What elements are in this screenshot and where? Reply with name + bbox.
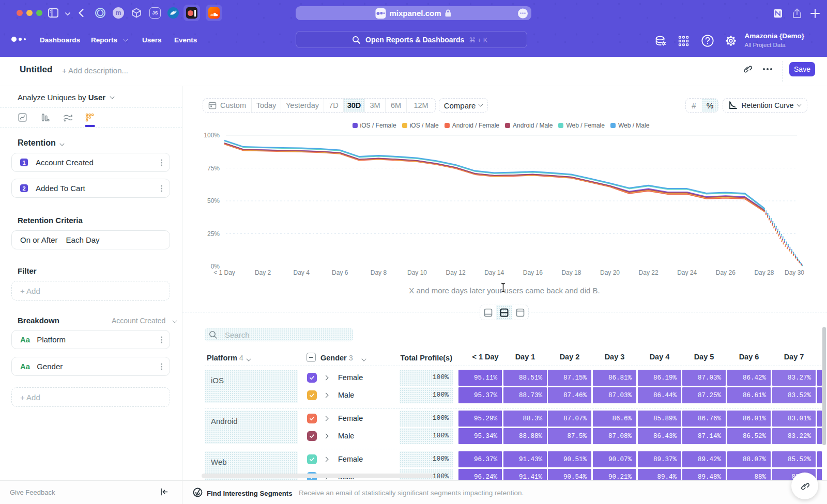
svg-text:Day 26: Day 26	[716, 269, 736, 276]
svg-text:Day 10: Day 10	[407, 269, 427, 276]
svg-text:Day 8: Day 8	[371, 269, 387, 276]
svg-text:Day 28: Day 28	[754, 269, 774, 276]
svg-text:75%: 75%	[207, 165, 220, 172]
svg-text:< 1 Day: < 1 Day	[213, 269, 235, 276]
svg-text:50%: 50%	[207, 197, 220, 204]
svg-text:Day 18: Day 18	[561, 269, 581, 276]
svg-text:Day 4: Day 4	[294, 269, 310, 276]
svg-text:25%: 25%	[207, 230, 220, 238]
svg-text:Day 24: Day 24	[677, 269, 697, 276]
svg-text:100%: 100%	[204, 132, 220, 139]
svg-text:Day 20: Day 20	[600, 269, 620, 276]
svg-text:Day 14: Day 14	[484, 269, 504, 276]
svg-text:Day 30: Day 30	[785, 269, 804, 276]
svg-text:Day 22: Day 22	[639, 269, 658, 276]
svg-text:Day 12: Day 12	[446, 269, 466, 276]
svg-text:Day 2: Day 2	[255, 269, 271, 276]
svg-text:Day 6: Day 6	[332, 269, 348, 276]
svg-text:Day 16: Day 16	[523, 269, 543, 276]
